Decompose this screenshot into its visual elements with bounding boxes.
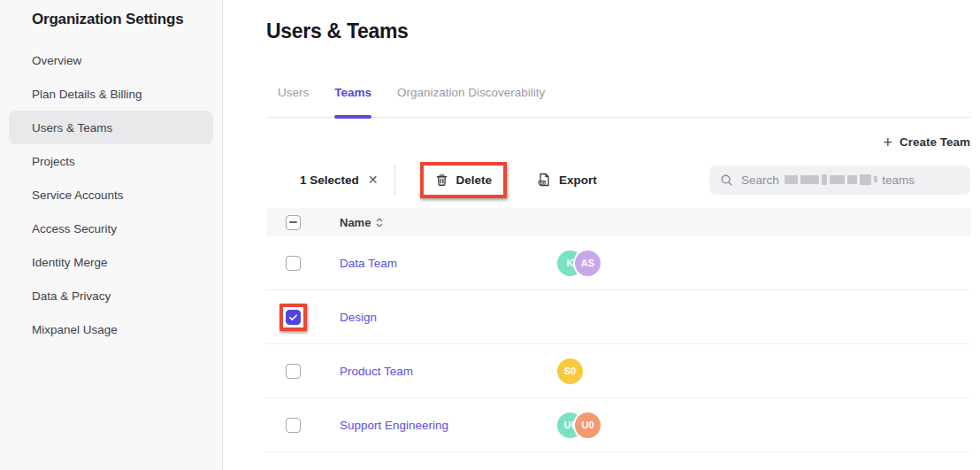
svg-text:CSV: CSV xyxy=(539,181,546,185)
delete-annotation-box: Delete xyxy=(420,162,508,198)
team-name-link[interactable]: Design xyxy=(340,311,377,324)
plus-icon: + xyxy=(883,136,892,149)
member-avatars: S0 xyxy=(557,358,583,384)
create-team-button[interactable]: + Create Team xyxy=(883,135,970,149)
avatar: U0 xyxy=(575,412,601,438)
search-icon xyxy=(720,173,733,187)
avatar: S0 xyxy=(557,358,583,384)
create-team-label: Create Team xyxy=(900,135,970,149)
row-checkbox[interactable] xyxy=(286,418,301,433)
sort-icon[interactable] xyxy=(376,218,383,227)
search-input[interactable]: Search teams xyxy=(709,166,970,195)
team-name-link[interactable]: Support Engineering xyxy=(340,419,448,432)
create-row: + Create Team xyxy=(266,135,970,149)
table-row-data-team: Data TeamKAS xyxy=(266,236,970,290)
sidebar-item-plan-details-billing[interactable]: Plan Details & Billing xyxy=(9,77,213,111)
name-column-header[interactable]: Name xyxy=(340,216,371,229)
sidebar-item-access-security[interactable]: Access Security xyxy=(9,212,213,245)
table-header: Name xyxy=(266,208,970,236)
row-checkbox[interactable] xyxy=(286,256,301,271)
selection-summary: 1 Selected ✕ xyxy=(300,173,379,187)
export-button[interactable]: CSV Export xyxy=(528,167,606,192)
sidebar-item-projects[interactable]: Projects xyxy=(9,144,213,178)
clear-selection-icon[interactable]: ✕ xyxy=(368,173,379,187)
selected-count-label: 1 Selected xyxy=(300,173,359,187)
redacted-text xyxy=(785,174,877,185)
sidebar-item-data-privacy[interactable]: Data & Privacy xyxy=(9,279,213,312)
delete-label: Delete xyxy=(456,173,493,187)
select-all-checkbox[interactable] xyxy=(286,215,301,230)
member-avatars: KAS xyxy=(557,250,601,276)
row-checkbox[interactable] xyxy=(286,364,301,379)
checkbox-annotation-box xyxy=(279,304,307,331)
table-row-support-engineering: Support EngineeringU0U0 xyxy=(266,398,970,452)
tab-teams[interactable]: Teams xyxy=(334,86,371,117)
sidebar-item-mixpanel-usage[interactable]: Mixpanel Usage xyxy=(9,312,213,346)
team-name-link[interactable]: Product Team xyxy=(340,365,413,378)
sidebar-nav: OverviewPlan Details & BillingUsers & Te… xyxy=(0,43,222,346)
toolbar: 1 Selected ✕ Delete xyxy=(266,159,970,200)
table-body: Data TeamKASDesignProduct TeamS0Support … xyxy=(266,236,970,452)
teams-table: Name Data TeamKASDesignProduct TeamS0Sup… xyxy=(266,208,970,452)
sidebar-item-users-teams[interactable]: Users & Teams xyxy=(9,111,213,144)
avatar: AS xyxy=(575,250,601,276)
tab-organization-discoverability[interactable]: Organization Discoverability xyxy=(397,86,545,117)
tab-bar: UsersTeamsOrganization Discoverability xyxy=(266,86,970,118)
sidebar: Organization Settings OverviewPlan Detai… xyxy=(0,0,223,470)
main-content: Users & Teams UsersTeamsOrganization Dis… xyxy=(223,0,980,470)
app-window: Organization Settings OverviewPlan Detai… xyxy=(0,0,980,470)
export-label: Export xyxy=(559,173,597,187)
sidebar-item-identity-merge[interactable]: Identity Merge xyxy=(9,245,213,279)
sidebar-item-overview[interactable]: Overview xyxy=(9,43,213,77)
sidebar-item-service-accounts[interactable]: Service Accounts xyxy=(9,178,213,212)
member-avatars: U0U0 xyxy=(557,412,601,438)
trash-icon xyxy=(435,173,448,187)
sidebar-title: Organization Settings xyxy=(32,11,222,28)
toolbar-divider xyxy=(394,164,395,196)
search-placeholder: Search teams xyxy=(741,173,915,187)
team-name-link[interactable]: Data Team xyxy=(340,257,397,270)
tab-users[interactable]: Users xyxy=(278,86,309,117)
table-row-product-team: Product TeamS0 xyxy=(266,344,970,398)
delete-button[interactable]: Delete xyxy=(426,168,501,192)
table-row-design: Design xyxy=(266,290,970,344)
csv-file-icon: CSV xyxy=(537,173,551,187)
row-checkbox[interactable] xyxy=(286,310,301,325)
page-title: Users & Teams xyxy=(266,19,970,43)
